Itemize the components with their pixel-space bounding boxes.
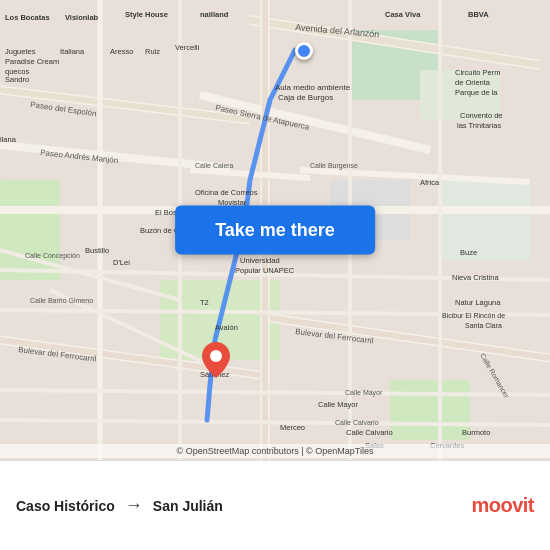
svg-text:Avalón: Avalón [215,323,238,332]
map-container: Avenida del Arlanzón Paseo del Espolón P… [0,0,550,460]
svg-text:Calle Concepción: Calle Concepción [25,252,80,260]
svg-text:Aula medio ambiente: Aula medio ambiente [275,83,351,92]
svg-text:Bustillo: Bustillo [85,246,109,255]
destination-marker [202,342,230,382]
svg-text:Aresso: Aresso [110,47,133,56]
svg-text:Juguetes: Juguetes [5,47,36,56]
moovit-logo: moovit [471,494,534,517]
svg-text:Calle Calvario: Calle Calvario [346,428,393,437]
svg-text:Santa Clara: Santa Clara [465,322,502,329]
svg-text:T2: T2 [200,298,209,307]
svg-text:nailland: nailland [200,10,229,19]
svg-text:Calle Calvario: Calle Calvario [335,419,379,426]
svg-text:Calle Calera: Calle Calera [195,162,234,169]
svg-text:Ruiz: Ruiz [145,47,160,56]
svg-text:Oficina de Correos: Oficina de Correos [195,188,258,197]
svg-text:Merceo: Merceo [280,423,305,432]
svg-point-91 [210,350,222,362]
svg-text:Circuito Perm: Circuito Perm [455,68,500,77]
svg-rect-7 [440,180,530,260]
svg-text:Universidad: Universidad [240,256,280,265]
svg-text:Natur   Laguna: Natur Laguna [455,298,501,307]
route-from: Caso Histórico [16,498,115,514]
svg-text:BBVA: BBVA [468,10,489,19]
svg-text:Calle Mayor: Calle Mayor [345,389,383,397]
svg-text:Vercelli: Vercelli [175,43,200,52]
svg-text:Sandro: Sandro [5,75,29,84]
start-marker [295,42,313,60]
take-me-there-button[interactable]: Take me there [175,206,375,255]
svg-text:Parque de la: Parque de la [455,88,498,97]
svg-text:Calle Burgense: Calle Burgense [310,162,358,170]
svg-text:Casa Viva: Casa Viva [385,10,421,19]
svg-text:Popular UNAPEC: Popular UNAPEC [235,266,295,275]
svg-text:D'Lei: D'Lei [113,258,130,267]
bottom-bar: Caso Histórico → San Julián moovit [0,460,550,550]
route-to: San Julián [153,498,223,514]
svg-text:Visionlab: Visionlab [65,13,99,22]
svg-text:Burmoto: Burmoto [462,428,490,437]
svg-text:Calle Mayor: Calle Mayor [318,400,359,409]
svg-text:Nieva    Cristina: Nieva Cristina [452,273,500,282]
svg-rect-3 [390,380,470,440]
svg-text:Los Bocatas: Los Bocatas [5,13,50,22]
svg-text:Convento de: Convento de [460,111,503,120]
svg-text:Calle Barrio Gimeno: Calle Barrio Gimeno [30,297,93,304]
svg-text:Bicibur  El Rincón de: Bicibur El Rincón de [442,312,505,319]
svg-text:Style House: Style House [125,10,168,19]
svg-text:Italiana: Italiana [60,47,85,56]
svg-text:Caja de Burgos: Caja de Burgos [278,93,333,102]
moovit-brand-name: moovit [471,494,534,517]
arrow-icon: → [125,495,143,516]
svg-text:llana: llana [0,135,17,144]
svg-text:Africa: Africa [420,178,440,187]
map-attribution: © OpenStreetMap contributors | © OpenMap… [0,444,550,458]
svg-text:las Trinitarias: las Trinitarias [457,121,501,130]
svg-text:de Orienta: de Orienta [455,78,491,87]
svg-text:Buze: Buze [460,248,477,257]
svg-text:Paradise Cream: Paradise Cream [5,57,59,66]
